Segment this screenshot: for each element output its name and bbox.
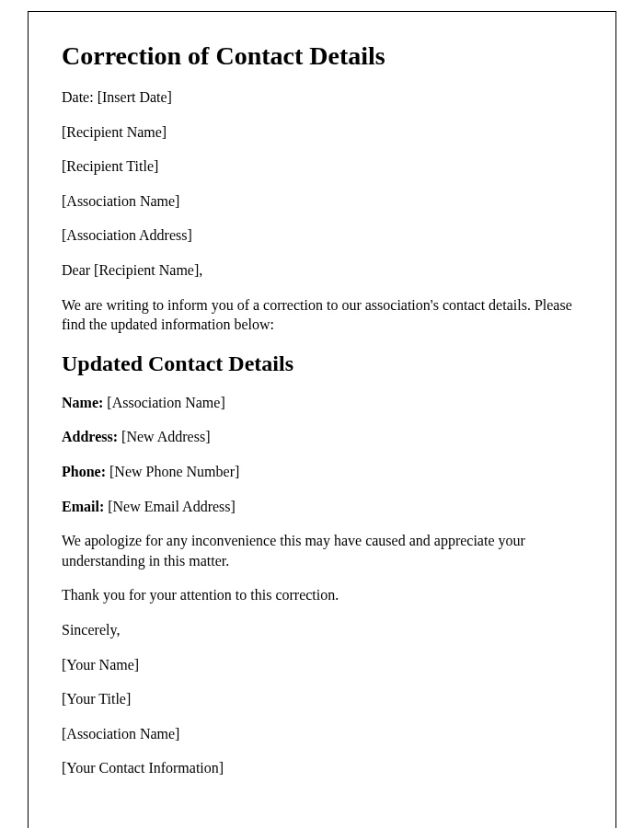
sender-title: [Your Title] — [62, 689, 582, 709]
detail-email-label: Email: — [62, 499, 108, 514]
intro-paragraph: We are writing to inform you of a correc… — [62, 295, 582, 335]
thanks-paragraph: Thank you for your attention to this cor… — [62, 585, 582, 605]
detail-email-value: [New Email Address] — [108, 499, 236, 514]
detail-email: Email: [New Email Address] — [62, 497, 582, 517]
subheading: Updated Contact Details — [62, 351, 582, 376]
association-address: [Association Address] — [62, 225, 582, 246]
sender-contact: [Your Contact Information] — [62, 758, 582, 778]
detail-address-label: Address: — [62, 429, 121, 444]
date-line: Date: [Insert Date] — [62, 87, 582, 108]
document-title: Correction of Contact Details — [62, 41, 582, 71]
apology-paragraph: We apologize for any inconvenience this … — [62, 531, 582, 570]
detail-address-value: [New Address] — [121, 429, 210, 444]
detail-address: Address: [New Address] — [62, 427, 582, 447]
association-name: [Association Name] — [62, 191, 582, 212]
recipient-name: [Recipient Name] — [62, 122, 582, 143]
salutation-suffix: , — [199, 262, 202, 278]
closing: Sincerely, — [62, 620, 582, 640]
salutation-name: [Recipient Name] — [94, 262, 199, 278]
document-page: Correction of Contact Details Date: [Ins… — [28, 11, 616, 828]
salutation-prefix: Dear — [62, 262, 94, 278]
detail-phone: Phone: [New Phone Number] — [62, 462, 582, 482]
sender-association: [Association Name] — [62, 724, 582, 744]
date-value: [Insert Date] — [98, 89, 172, 105]
detail-phone-value: [New Phone Number] — [109, 464, 239, 479]
sender-name: [Your Name] — [62, 655, 582, 675]
detail-name-value: [Association Name] — [107, 395, 224, 410]
detail-name: Name: [Association Name] — [62, 393, 582, 413]
salutation: Dear [Recipient Name], — [62, 260, 582, 281]
date-label: Date: — [62, 89, 98, 105]
detail-phone-label: Phone: — [62, 464, 109, 479]
recipient-title: [Recipient Title] — [62, 156, 582, 177]
detail-name-label: Name: — [62, 395, 107, 410]
